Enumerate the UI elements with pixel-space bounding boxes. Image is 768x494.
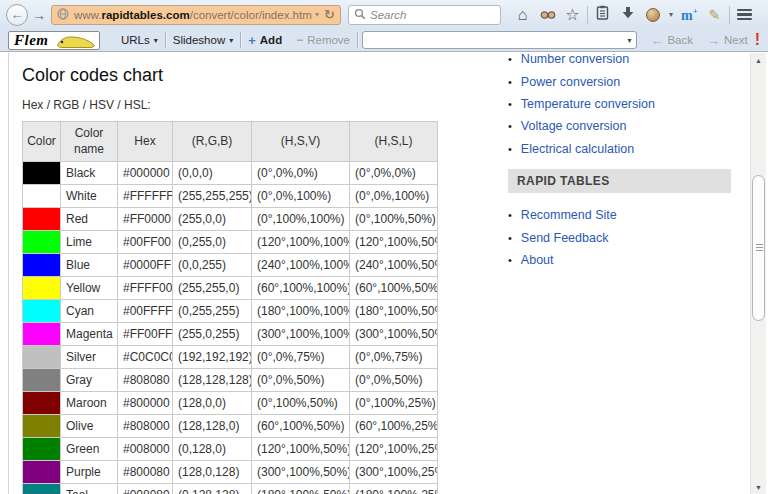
table-cell-hsl: (0°,100%,25%) [350, 392, 438, 415]
list-item: •About [508, 249, 746, 271]
slideshow-next-button[interactable]: → Next [700, 33, 750, 48]
sidebar-link[interactable]: Voltage conversion [521, 119, 627, 133]
clipboard-icon [596, 5, 609, 24]
m-plus-extension-button[interactable]: m+ [677, 3, 702, 27]
flem-logo: Flem [8, 31, 100, 50]
extension-avatar-button[interactable] [640, 3, 665, 27]
table-cell-rgb: (0,0,0) [173, 162, 252, 185]
bullet-icon: • [508, 120, 512, 132]
highlighter-extension-button[interactable]: ✎ [702, 3, 727, 27]
remove-label: Remove [307, 34, 350, 46]
toolbar-divider [729, 6, 730, 24]
extension-glasses-button[interactable] [535, 3, 560, 27]
table-cell-hsv: (0°,100%,100%) [252, 208, 350, 231]
remove-button[interactable]: − Remove [289, 33, 357, 47]
avatar-menu-chevron-icon[interactable]: ▾ [665, 10, 677, 19]
sidebar-link[interactable]: About [521, 253, 554, 267]
table-cell-rgb: (128,128,128) [173, 369, 252, 392]
color-swatch [23, 300, 61, 323]
table-cell-name: Cyan [61, 300, 118, 323]
sidebar-link[interactable]: Send Feedback [521, 231, 609, 245]
alert-exclamation-icon[interactable]: ! [750, 31, 760, 49]
search-input[interactable] [370, 9, 495, 21]
table-cell-hsl: (120°,100%,25%) [350, 438, 438, 461]
table-cell-hex: #808080 [118, 369, 173, 392]
sidebar-link[interactable]: Temperature conversion [521, 97, 655, 111]
back-label: Back [667, 34, 693, 46]
color-swatch [23, 231, 61, 254]
table-cell-hsl: (0°,0%,0%) [350, 162, 438, 185]
glasses-icon [540, 6, 556, 24]
page-scrollbar[interactable]: ▲ ▼ [750, 53, 766, 494]
next-label: Next [724, 34, 748, 46]
sidebar-section-header: RAPID TABLES [508, 169, 731, 193]
table-cell-name: Magenta [61, 323, 118, 346]
home-icon: ⌂ [518, 6, 528, 24]
bookmark-star-icon: ☆ [565, 5, 579, 24]
table-cell-hex: #008080 [118, 484, 173, 494]
next-arrow-icon: → [707, 33, 720, 48]
table-cell-hex: #C0C0C0 [118, 346, 173, 369]
urls-dropdown-button[interactable]: URLs▾ [114, 34, 165, 46]
list-item: •Temperature conversion [508, 93, 746, 115]
navigation-toolbar: ← → www.rapidtables.com/convert/color/in… [0, 0, 768, 29]
table-row: Blue#0000FF(0,0,255)(240°,100%,100%)(240… [23, 254, 438, 277]
table-cell-hsl: (240°,100%,50%) [350, 254, 438, 277]
list-item: •Voltage conversion [508, 115, 746, 137]
bookmark-button[interactable]: ☆ [560, 3, 585, 27]
sidebar-link[interactable]: Recommend Site [521, 208, 617, 222]
table-cell-rgb: (255,0,255) [173, 323, 252, 346]
add-button[interactable]: + Add [241, 33, 289, 48]
sidebar-link[interactable]: Electrical calculation [521, 142, 634, 156]
list-item: •Send Feedback [508, 226, 746, 248]
menu-button[interactable] [732, 3, 757, 27]
slideshow-dropdown-button[interactable]: Slideshow▾ [166, 34, 240, 46]
bullet-icon: • [508, 98, 512, 110]
table-cell-hsv: (240°,100%,100%) [252, 254, 350, 277]
table-cell-rgb: (0,128,0) [173, 438, 252, 461]
table-row: Silver#C0C0C0(192,192,192)(0°,0%,75%)(0°… [23, 346, 438, 369]
table-cell-hex: #800000 [118, 392, 173, 415]
table-row: Magenta#FF00FF(255,0,255)(300°,100%,100%… [23, 323, 438, 346]
home-button[interactable]: ⌂ [510, 3, 535, 27]
clipboard-button[interactable] [590, 3, 615, 27]
url-dropdown-icon[interactable]: ▾ [312, 10, 322, 19]
downloads-button[interactable] [615, 3, 640, 27]
combobox-chevron-icon[interactable]: ▾ [622, 36, 636, 45]
slideshow-back-button[interactable]: ← Back [643, 33, 700, 48]
sidebar-link[interactable]: Power conversion [521, 75, 620, 89]
add-label: Add [260, 34, 282, 46]
table-row: Red#FF0000(255,0,0)(0°,100%,100%)(0°,100… [23, 208, 438, 231]
reload-icon[interactable]: ↻ [322, 7, 335, 22]
scrollbar-thumb[interactable] [752, 175, 765, 321]
chevron-down-icon: ▾ [229, 36, 233, 45]
color-swatch [23, 323, 61, 346]
table-cell-rgb: (192,192,192) [173, 346, 252, 369]
search-icon [354, 6, 366, 24]
list-item: •Number conversion [508, 48, 746, 70]
table-cell-name: Teal [61, 484, 118, 494]
color-swatch [23, 277, 61, 300]
table-cell-hsv: (0°,100%,50%) [252, 392, 350, 415]
table-cell-hsv: (0°,0%,100%) [252, 185, 350, 208]
table-cell-name: Green [61, 438, 118, 461]
page-title: Color codes chart [22, 65, 438, 86]
chevron-down-icon: ▾ [154, 36, 158, 45]
forward-button[interactable]: → [28, 7, 51, 23]
table-cell-hsl: (300°,100%,25%) [350, 461, 438, 484]
scroll-up-icon[interactable]: ▲ [751, 57, 766, 64]
url-domain: rapidtables.com [101, 9, 189, 21]
table-cell-hsv: (0°,0%,0%) [252, 162, 350, 185]
table-cell-hex: #00FFFF [118, 300, 173, 323]
color-swatch [23, 369, 61, 392]
sidebar-link[interactable]: Number conversion [521, 52, 629, 66]
table-row: Yellow#FFFF00(255,255,0)(60°,100%,100%)(… [23, 277, 438, 300]
color-swatch [23, 346, 61, 369]
urls-label: URLs [121, 34, 150, 46]
url-bar[interactable]: www.rapidtables.com/convert/color/index.… [51, 5, 341, 25]
search-box[interactable] [348, 5, 501, 25]
scroll-down-icon[interactable]: ▼ [751, 484, 766, 491]
page-content: Color codes chart Hex / RGB / HSV / HSL:… [0, 53, 768, 494]
url-combobox[interactable]: ▾ [362, 31, 637, 49]
back-button[interactable]: ← [6, 4, 28, 26]
